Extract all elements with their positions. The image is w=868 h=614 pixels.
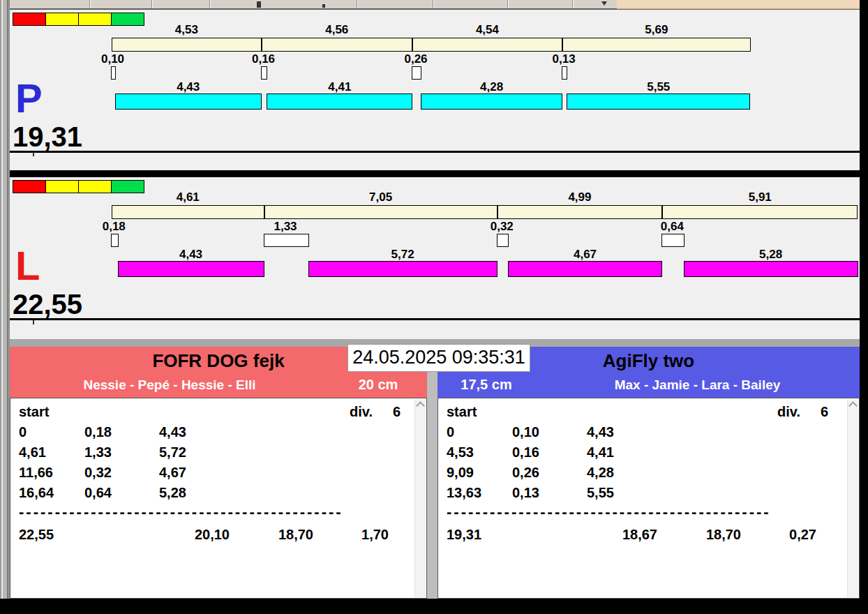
pass-time-label: 1,33: [261, 220, 310, 232]
window-bottom-frame: [0, 599, 868, 614]
dog-time-label: 4,43: [118, 248, 264, 260]
pass-time-label: 0,32: [477, 220, 526, 232]
split-bar-segment: [262, 38, 412, 52]
division-value: 6: [821, 404, 828, 420]
start-label: start: [19, 404, 49, 420]
split-bar-segment: [562, 38, 751, 52]
sum-dog-times: 18,67: [586, 527, 657, 543]
cumulative-time: 4,61: [19, 444, 46, 460]
panel-gap: [427, 347, 437, 599]
split-time-label: 7,05: [264, 190, 497, 203]
results-table-left: start div. 6 00,184,434,611,335,7211,660…: [10, 398, 427, 599]
lane-track: 4,610,184,437,051,335,724,990,324,675,91…: [10, 177, 860, 318]
pass-time: 0,64: [84, 485, 112, 501]
dog-time-label: 5,72: [308, 248, 497, 260]
toolbar[interactable]: [7, 0, 861, 9]
toolbar-separator: [209, 0, 210, 8]
totals-row: 19,31 18,67 18,70 0,27: [438, 527, 846, 545]
scroll-up-icon[interactable]: [848, 401, 858, 410]
cumulative-time: 11,66: [19, 465, 53, 481]
lane-letter: P: [15, 78, 43, 119]
lane-letter: L: [15, 246, 40, 286]
table-row: 4,530,164,41: [438, 444, 846, 465]
lane-total: 19,31: [13, 123, 82, 151]
table-scrollbar[interactable]: [847, 399, 858, 597]
lane-track: 4,530,104,434,560,164,414,540,264,285,69…: [10, 10, 860, 151]
toolbar-glyph-fragment: [257, 1, 261, 8]
dog-time-bar: [308, 261, 497, 277]
split-time-label: 4,99: [497, 190, 663, 203]
table-row: 9,090,264,28: [438, 465, 846, 485]
main-area: 4,530,104,434,560,164,414,540,264,285,69…: [10, 9, 860, 599]
dog-time: 5,55: [587, 485, 614, 501]
split-bar-segment: [112, 205, 264, 219]
cumulative-time: 0: [447, 424, 454, 440]
time-difference: 1,70: [316, 527, 389, 543]
pass-time: 0,32: [84, 465, 112, 481]
pass-time: 0,18: [84, 424, 112, 440]
pass-box: [661, 234, 684, 247]
sum-dog-times: 20,10: [158, 527, 230, 543]
lane-section-l: 4,610,184,437,051,335,724,990,324,675,91…: [10, 177, 860, 320]
dog-time-bar: [118, 261, 264, 277]
table-body: 00,104,434,530,164,419,090,264,2813,630,…: [438, 424, 846, 505]
results-table-right: start div. 6 00,104,434,530,164,419,090,…: [437, 398, 860, 599]
dog-time-bar: [115, 93, 262, 110]
dog-time-label: 4,43: [115, 80, 262, 93]
split-time-label: 5,69: [562, 23, 751, 36]
toolbar-glyph-fragment: [322, 4, 325, 8]
cumulative-time: 0: [19, 424, 27, 440]
split-bar-segment: [264, 205, 497, 219]
flyball-timing-window: 4,530,104,434,560,164,414,540,264,285,69…: [0, 0, 868, 614]
datetime-display: 24.05.2025 09:35:31: [347, 344, 530, 372]
cumulative-time: 16,64: [19, 485, 54, 501]
split-time-label: 4,54: [412, 23, 562, 36]
toolbar-separator: [357, 0, 357, 8]
table-separator-line: ----------------------------------------…: [447, 503, 776, 521]
pass-box: [497, 234, 509, 247]
ruler-tick: [33, 320, 34, 324]
cumulative-time: 9,09: [447, 465, 474, 481]
table-body: 00,184,434,611,335,7211,660,324,6716,640…: [10, 424, 414, 505]
pass-box: [261, 66, 268, 80]
jump-height: 20 cm: [329, 377, 427, 393]
lane-section-p: 4,530,104,434,560,164,414,540,264,285,69…: [10, 9, 860, 153]
pass-box: [111, 234, 119, 247]
table-row: 13,630,135,55: [438, 485, 846, 505]
dog-time-bar: [567, 93, 750, 110]
dog-time-bar: [421, 93, 562, 110]
dog-time: 4,43: [159, 424, 186, 440]
reference-time: 18,70: [670, 527, 741, 543]
table-row: 00,104,43: [438, 424, 846, 444]
dog-time: 4,67: [159, 465, 186, 481]
dog-time: 4,43: [587, 424, 614, 440]
dog-time: 5,72: [159, 444, 186, 460]
dog-time-label: 4,41: [267, 80, 412, 93]
total-time: 22,55: [19, 527, 54, 543]
split-time-label: 5,91: [662, 190, 858, 203]
dog-time-label: 5,55: [567, 80, 750, 93]
pass-time-label: 0,26: [391, 52, 440, 65]
cumulative-time: 13,63: [447, 485, 481, 501]
dog-time-label: 4,67: [508, 248, 662, 260]
split-bar-segment: [412, 38, 562, 52]
cumulative-time: 4,53: [447, 444, 474, 460]
total-time: 19,31: [447, 527, 481, 543]
scroll-up-icon[interactable]: [416, 401, 425, 410]
division-label: div.: [350, 404, 373, 420]
pass-time: 1,33: [84, 444, 112, 460]
split-time-label: 4,56: [262, 23, 412, 36]
toolbar-separator: [433, 0, 433, 8]
lane-divider: [10, 170, 860, 177]
jump-height: 17,5 cm: [437, 377, 535, 393]
pass-time: 0,10: [512, 424, 539, 440]
toolbar-separator: [151, 0, 152, 8]
pass-time-label: 0,18: [89, 220, 138, 232]
pass-box: [412, 66, 421, 80]
pass-box: [264, 234, 309, 247]
toolbar-separator: [572, 0, 573, 8]
pass-box: [562, 66, 567, 80]
dog-time-bar: [508, 261, 662, 277]
table-row: 00,184,43: [10, 424, 414, 444]
table-scrollbar[interactable]: [414, 399, 426, 597]
